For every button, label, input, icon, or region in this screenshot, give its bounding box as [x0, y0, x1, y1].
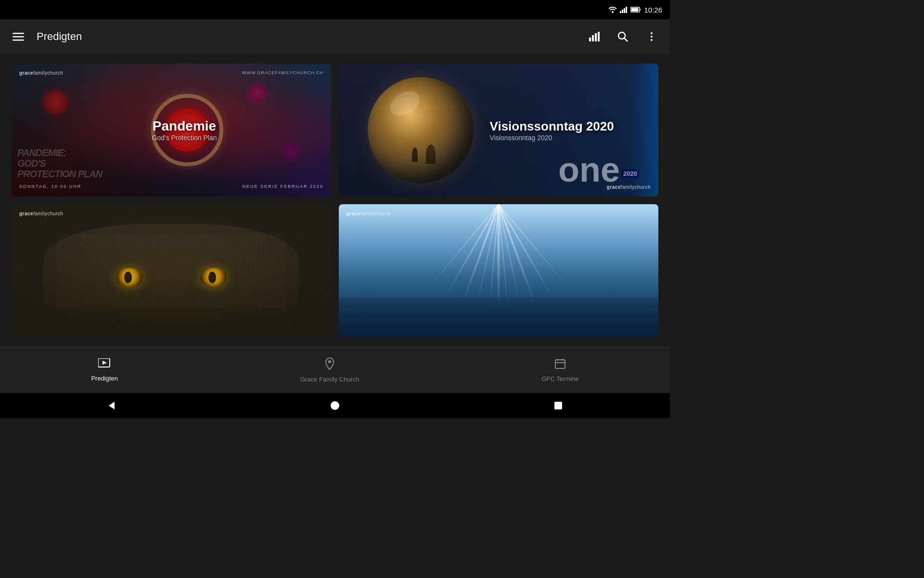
- card-2-year: 2020: [621, 169, 639, 178]
- card-1-bottom-left: SONNTAG, 10.00 UHR: [19, 184, 81, 189]
- svg-rect-2: [622, 10, 623, 13]
- nav-grace-label: Grace Family Church: [300, 376, 359, 383]
- card-light-rays[interactable]: gracefamilychurch: [339, 204, 658, 337]
- system-nav: [0, 393, 670, 418]
- battery-icon: [630, 7, 641, 13]
- nav-predigten-label: Predigten: [91, 375, 118, 382]
- card-1-subtitle: God's Protection Plan: [152, 134, 217, 142]
- card-1-logo: gracefamilychurch: [19, 70, 63, 76]
- back-button[interactable]: [103, 397, 120, 414]
- card-visionssonntag[interactable]: Visionssonntag 2020 Visionssonntag 2020 …: [339, 64, 658, 197]
- card-2-sphere: [368, 77, 474, 183]
- svg-rect-3: [624, 8, 625, 13]
- bottom-nav: Predigten Grace Family Church GFC Termin…: [0, 347, 670, 393]
- card-2-logo: gracefamilychurch: [607, 184, 651, 190]
- card-2-title: Visionssonntag 2020: [490, 119, 614, 134]
- svg-point-17: [651, 36, 653, 38]
- nav-item-predigten[interactable]: Predigten: [72, 355, 137, 386]
- home-button[interactable]: [326, 397, 344, 414]
- card-1-bottom-right: NEUE SERIE FEBRUAR 2020: [242, 184, 323, 189]
- status-time: 10:26: [644, 6, 662, 14]
- card-2-one-text: one: [558, 152, 620, 187]
- nav-grace-icon: [324, 357, 335, 373]
- svg-point-27: [331, 401, 339, 410]
- card-1-text-center: Pandemie God's Protection Plan: [152, 118, 217, 142]
- lion-eye-right: [200, 268, 227, 287]
- svg-rect-11: [592, 35, 594, 41]
- lion-eyes: [116, 268, 227, 287]
- svg-point-16: [651, 32, 653, 34]
- svg-point-18: [651, 39, 653, 41]
- card-lion[interactable]: gracefamilychurch: [12, 204, 331, 337]
- lion-eye-left: [116, 268, 142, 287]
- status-icons: 10:26: [608, 6, 662, 14]
- app-bar: Predigten: [0, 19, 670, 54]
- stats-button[interactable]: [585, 28, 603, 45]
- svg-rect-10: [589, 38, 591, 41]
- svg-point-0: [612, 11, 614, 13]
- app-bar-actions: [585, 28, 660, 45]
- nav-termine-icon: [554, 358, 566, 372]
- svg-rect-7: [13, 33, 24, 34]
- menu-button[interactable]: [10, 28, 27, 45]
- status-bar: 10:26: [0, 0, 670, 19]
- svg-rect-8: [13, 36, 24, 38]
- svg-rect-13: [598, 32, 600, 41]
- wifi-icon: [608, 6, 617, 13]
- svg-rect-9: [13, 39, 24, 41]
- search-button[interactable]: [614, 28, 631, 45]
- nav-predigten-icon: [98, 358, 111, 372]
- card-1-bg-text: PANDEMIE:GOD'SPROTECTION PLAN: [17, 147, 102, 179]
- svg-rect-1: [620, 11, 621, 13]
- content-grid: gracefamilychurch WWW.GRACEFAMILYCHURCH.…: [0, 54, 670, 347]
- svg-point-21: [328, 360, 331, 363]
- card-4-horizon: [339, 297, 658, 337]
- svg-marker-20: [103, 361, 107, 365]
- signal-icon: [620, 6, 628, 13]
- recent-button[interactable]: [550, 397, 567, 414]
- nav-item-termine[interactable]: GFC Termine: [523, 354, 598, 386]
- card-4-logo: gracefamilychurch: [346, 211, 390, 216]
- card-2-subtitle: Visionssonntag 2020: [490, 134, 614, 142]
- svg-rect-22: [555, 360, 565, 368]
- virus-bubble-3: [282, 144, 299, 160]
- card-pandemie[interactable]: gracefamilychurch WWW.GRACEFAMILYCHURCH.…: [12, 64, 331, 197]
- card-3-logo: gracefamilychurch: [19, 211, 63, 216]
- svg-line-15: [624, 38, 628, 41]
- card-2-text-center: Visionssonntag 2020 Visionssonntag 2020: [490, 119, 614, 142]
- card-1-title: Pandemie: [152, 118, 217, 134]
- svg-marker-26: [109, 402, 115, 409]
- svg-rect-28: [554, 402, 562, 409]
- svg-rect-6: [631, 8, 639, 12]
- card-1-url: WWW.GRACEFAMILYCHURCH.CH: [242, 70, 323, 75]
- svg-rect-4: [626, 7, 627, 13]
- nav-item-grace[interactable]: Grace Family Church: [281, 354, 379, 387]
- page-title: Predigten: [37, 30, 576, 43]
- nav-termine-label: GFC Termine: [542, 375, 579, 382]
- svg-rect-12: [595, 33, 597, 41]
- more-button[interactable]: [643, 28, 660, 45]
- svg-point-14: [618, 32, 625, 39]
